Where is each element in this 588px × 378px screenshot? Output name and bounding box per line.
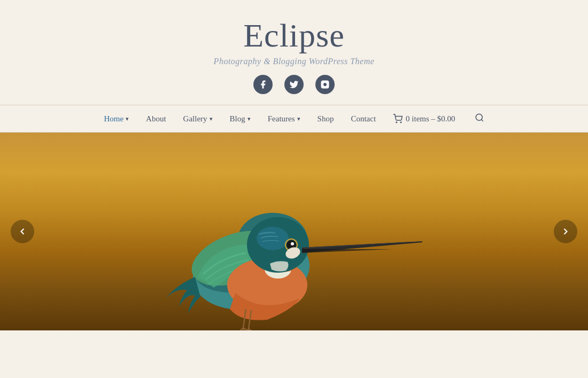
site-title: Eclipse — [243, 17, 345, 53]
svg-line-5 — [481, 120, 483, 121]
nav-item-blog[interactable]: Blog ▾ — [230, 114, 251, 124]
nav-gallery-label: Gallery — [183, 114, 207, 124]
chevron-down-icon: ▾ — [297, 115, 300, 122]
facebook-icon — [258, 80, 268, 89]
twitter-icon — [289, 80, 299, 89]
site-header: Eclipse Photography & Blogging WordPress… — [0, 0, 588, 105]
nav-shop-label: Shop — [318, 114, 334, 124]
nav-item-contact[interactable]: Contact — [351, 114, 376, 124]
nav-item-about[interactable]: About — [146, 114, 166, 124]
site-tagline: Photography & Blogging WordPress Theme — [214, 57, 375, 66]
svg-point-16 — [291, 242, 294, 245]
instagram-link[interactable] — [315, 75, 335, 94]
cart-icon — [393, 114, 403, 124]
chevron-right-icon — [560, 226, 571, 237]
instagram-icon — [320, 80, 330, 89]
nav-item-home[interactable]: Home ▾ — [104, 114, 129, 124]
svg-point-14 — [257, 227, 289, 250]
svg-point-4 — [476, 114, 482, 120]
social-links — [253, 75, 335, 94]
chevron-down-icon: ▾ — [126, 115, 129, 122]
nav-item-gallery[interactable]: Gallery ▾ — [183, 114, 213, 124]
chevron-left-icon — [17, 226, 28, 237]
slider-prev-button[interactable] — [11, 220, 34, 243]
nav-blog-label: Blog — [230, 114, 245, 124]
nav-about-label: About — [146, 114, 166, 124]
nav-home-label: Home — [104, 114, 123, 124]
search-button[interactable] — [475, 113, 484, 125]
main-nav: Home ▾ About Gallery ▾ Blog ▾ Features ▾… — [0, 105, 588, 133]
nav-item-shop[interactable]: Shop — [318, 114, 334, 124]
svg-point-2 — [396, 122, 397, 123]
facebook-link[interactable] — [253, 75, 273, 94]
nav-item-features[interactable]: Features ▾ — [268, 114, 300, 124]
cart-label: 0 items – $0.00 — [406, 114, 455, 124]
nav-features-label: Features — [268, 114, 295, 124]
hero-image — [102, 133, 422, 330]
search-icon — [475, 113, 484, 122]
slider-next-button[interactable] — [554, 220, 577, 243]
nav-contact-label: Contact — [351, 114, 376, 124]
hero-slider — [0, 133, 588, 330]
chevron-down-icon: ▾ — [247, 115, 251, 122]
twitter-link[interactable] — [284, 75, 304, 94]
page-wrapper: Eclipse Photography & Blogging WordPress… — [0, 0, 588, 330]
chevron-down-icon: ▾ — [210, 115, 213, 122]
svg-point-3 — [400, 122, 401, 123]
cart-link[interactable]: 0 items – $0.00 — [393, 114, 455, 124]
